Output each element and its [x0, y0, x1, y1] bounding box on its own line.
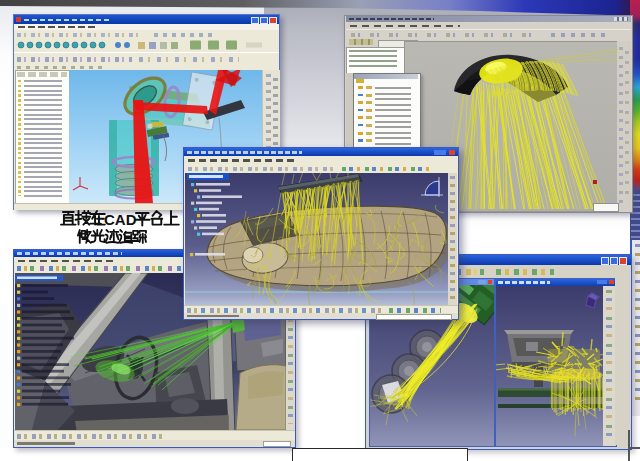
svg-text:CAD: CAD	[104, 211, 137, 228]
